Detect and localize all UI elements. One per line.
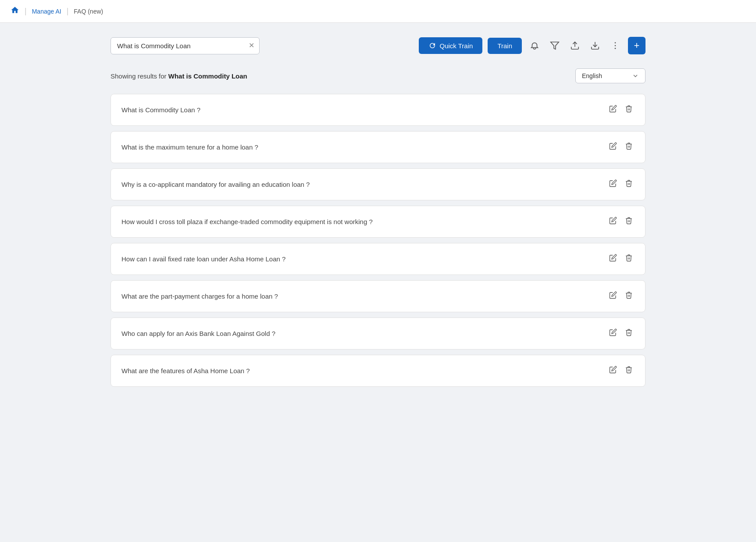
upload-button[interactable] — [567, 38, 582, 53]
svg-point-3 — [615, 48, 616, 49]
faq-question: Why is a co-applicant mandatory for avai… — [121, 181, 607, 188]
edit-icon[interactable] — [607, 327, 619, 340]
delete-icon[interactable] — [623, 103, 635, 117]
train-label: Train — [497, 42, 512, 50]
faq-question: What is Commodity Loan ? — [121, 106, 607, 114]
train-button[interactable]: Train — [488, 38, 522, 54]
filter-button[interactable] — [547, 38, 562, 53]
faq-item: What are the features of Asha Home Loan … — [111, 355, 645, 387]
svg-point-2 — [615, 45, 616, 46]
edit-icon[interactable] — [607, 364, 619, 378]
faq-item: Why is a co-applicant mandatory for avai… — [111, 168, 645, 200]
manage-ai-link[interactable]: Manage AI — [32, 8, 61, 15]
top-nav: | Manage AI | FAQ (new) — [0, 0, 756, 23]
faq-question: What are the part-payment charges for a … — [121, 292, 607, 300]
faq-actions — [607, 252, 635, 266]
svg-marker-0 — [551, 42, 559, 50]
faq-actions — [607, 215, 635, 228]
quick-train-label: Quick Train — [440, 42, 473, 50]
edit-icon[interactable] — [607, 140, 619, 154]
faq-actions — [607, 103, 635, 117]
faq-question: What are the features of Asha Home Loan … — [121, 367, 607, 374]
add-icon: + — [634, 40, 640, 51]
main-content: ✕ Quick Train Train — [93, 23, 663, 401]
nav-separator-2: | — [67, 7, 69, 16]
language-label: English — [582, 72, 628, 79]
download-button[interactable] — [588, 38, 603, 53]
results-query: What is Commodity Loan — [168, 72, 247, 80]
quick-train-button[interactable]: Quick Train — [419, 37, 483, 54]
search-wrapper: ✕ — [111, 37, 260, 54]
faq-item: What are the part-payment charges for a … — [111, 280, 645, 312]
faq-question: What is the maximum tenure for a home lo… — [121, 143, 607, 151]
add-button[interactable]: + — [628, 37, 645, 54]
search-clear-button[interactable]: ✕ — [249, 42, 254, 49]
delete-icon[interactable] — [623, 252, 635, 266]
delete-icon[interactable] — [623, 178, 635, 191]
delete-icon[interactable] — [623, 215, 635, 228]
faq-actions — [607, 327, 635, 340]
delete-icon[interactable] — [623, 364, 635, 378]
home-icon[interactable] — [11, 6, 19, 17]
edit-icon[interactable] — [607, 289, 619, 303]
toolbar: ✕ Quick Train Train — [111, 37, 645, 54]
delete-icon[interactable] — [623, 140, 635, 154]
faq-actions — [607, 178, 635, 191]
faq-question: How would I cross toll plaza if exchange… — [121, 218, 607, 225]
faq-item: What is the maximum tenure for a home lo… — [111, 131, 645, 163]
faq-item: What is Commodity Loan ? — [111, 94, 645, 126]
edit-icon[interactable] — [607, 178, 619, 191]
chevron-down-icon — [632, 72, 639, 79]
faq-question: Who can apply for an Axis Bank Loan Agai… — [121, 330, 607, 337]
more-options-button[interactable] — [608, 38, 623, 53]
faq-actions — [607, 289, 635, 303]
delete-icon[interactable] — [623, 327, 635, 340]
results-text: Showing results for What is Commodity Lo… — [111, 72, 247, 80]
nav-separator: | — [25, 7, 27, 16]
faq-list: What is Commodity Loan ? What is the max… — [111, 94, 645, 387]
faq-actions — [607, 140, 635, 154]
svg-point-1 — [615, 42, 616, 43]
edit-icon[interactable] — [607, 252, 619, 266]
faq-question: How can I avail fixed rate loan under As… — [121, 255, 607, 263]
delete-icon[interactable] — [623, 289, 635, 303]
faq-actions — [607, 364, 635, 378]
edit-icon[interactable] — [607, 103, 619, 117]
faq-item: How can I avail fixed rate loan under As… — [111, 243, 645, 275]
faq-item: Who can apply for an Axis Bank Loan Agai… — [111, 317, 645, 349]
edit-icon[interactable] — [607, 215, 619, 228]
faq-item: How would I cross toll plaza if exchange… — [111, 206, 645, 238]
nav-current-page: FAQ (new) — [74, 8, 103, 15]
search-input[interactable] — [111, 37, 260, 54]
notification-button[interactable] — [527, 38, 542, 53]
language-dropdown[interactable]: English — [575, 68, 645, 83]
results-header: Showing results for What is Commodity Lo… — [111, 68, 645, 83]
